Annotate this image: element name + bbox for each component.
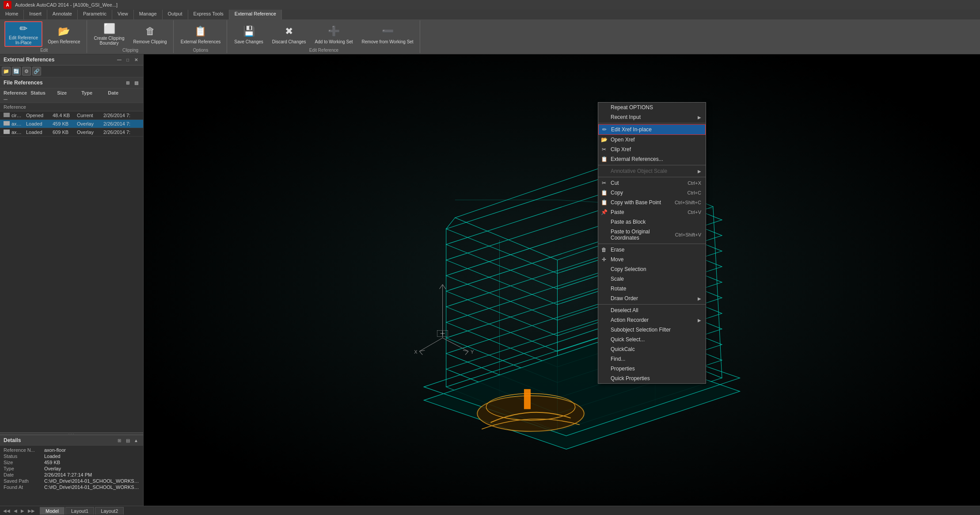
ctx-copy-with-base-point[interactable]: 📋 Copy with Base Point Ctrl+Shift+C [598,198,706,207]
row-type: Overlay [75,129,102,136]
row-name: axon-structure [2,129,24,136]
ctx-quick-select[interactable]: Quick Select... [598,335,706,344]
ctx-recent-input-arrow: ▶ [698,115,701,120]
panel-close-icon[interactable]: ✕ [133,56,140,63]
ctx-deselect-all[interactable]: Deselect All [598,305,706,315]
ctx-draw-order[interactable]: Draw Order ▶ [598,294,706,303]
ctx-scale[interactable]: Scale [598,274,706,284]
details-panel: Details ⊞ ▤ ▲ Reference N... axon-floor … [0,435,143,506]
ribbon-tab-manage[interactable]: Manage [134,10,163,19]
file-refs-icon2[interactable]: ▤ [133,79,140,86]
tab-nav-first[interactable]: ◀◀ [2,507,11,514]
ribbon-tab-annotate[interactable]: Annotate [47,10,78,19]
row-status: Opened [24,112,51,119]
edit-ref-icon: ✏ [16,23,30,34]
toolbar-link-btn[interactable]: 🔗 [32,67,41,76]
ctx-move[interactable]: ✛ Move [598,255,706,264]
col-status: Status [29,89,55,102]
details-up-icon[interactable]: ▲ [133,437,140,444]
ribbon-tab-parametric[interactable]: Parametric [78,10,112,19]
ctx-paste-original[interactable]: Paste to Original Coordinates Ctrl+Shift… [598,227,706,243]
save-changes-button[interactable]: 💾 Save Changes [231,21,267,47]
ctx-subobject-filter[interactable]: Subobject Selection Filter [598,325,706,335]
canvas-area[interactable]: Y X Repeat OPTIONS Recent Input ▶ ✏ Edit… [144,54,980,506]
create-clipping-button[interactable]: ⬜ Create ClippingBoundary [91,21,128,47]
discard-changes-button[interactable]: ✖ Discard Changes [269,21,310,47]
ctx-move-label: Move [611,256,701,263]
ctx-erase[interactable]: 🗑 Erase [598,245,706,255]
toolbar-refresh-btn[interactable]: 🔄 [12,67,21,76]
table-row[interactable]: circulation* Opened 48.4 KB Current 2/26… [0,111,143,120]
details-icon1[interactable]: ⊞ [116,437,123,444]
title-bar: A Autodesk AutoCAD 2014 - [A100b_GSI_Wee… [0,0,980,10]
tab-model[interactable]: Model [40,507,65,515]
ctx-cut[interactable]: ✂ Cut Ctrl+X [598,178,706,188]
ctx-clip-xref[interactable]: ✂ Clip Xref [598,145,706,154]
add-working-label: Add to Working Set [315,39,353,44]
ctx-quick-properties[interactable]: Quick Properties [598,374,706,383]
ctx-annotative-arrow: ▶ [698,169,701,174]
ctx-quickcalc[interactable]: QuickCalc [598,344,706,354]
panel-min-icon[interactable]: — [116,56,123,63]
add-to-working-set-button[interactable]: ➕ Add to Working Set [311,21,357,47]
ctx-repeat-options[interactable]: Repeat OPTIONS [598,103,706,112]
table-row[interactable]: axon-floor Loaded 459 KB Overlay 2/26/20… [0,120,143,128]
ctx-open-xref-label: Open Xref [611,137,701,143]
ctx-sep-1 [598,123,706,123]
tab-nav-last[interactable]: ▶▶ [27,507,36,514]
svg-line-27 [443,285,446,289]
external-references-button[interactable]: 📋 External References [177,21,224,47]
remove-clipping-button[interactable]: 🗑 Remove Clipping [129,21,170,47]
open-reference-button[interactable]: 📂 Open Reference [44,21,84,47]
ctx-quickcalc-label: QuickCalc [611,346,701,352]
remove-from-working-set-button[interactable]: ➖ Remove from Working Set [358,21,417,47]
ribbon-tab-express-tools[interactable]: Express Tools [188,10,229,19]
tab-nav-next[interactable]: ▶ [19,507,26,514]
ctx-edit-xref-inplace[interactable]: ✏ Edit Xref In-place [598,124,706,135]
clipping-group-buttons: ⬜ Create ClippingBoundary 🗑 Remove Clipp… [91,21,171,47]
ribbon-tab-output[interactable]: Output [163,10,188,19]
ctx-action-recorder[interactable]: Action Recorder ▶ [598,315,706,325]
ctx-paste-icon: 📌 [601,209,607,215]
file-refs-list: Reference circulation* Opened 48.4 KB Cu… [0,103,143,432]
ribbon-tab-home[interactable]: Home [0,10,24,19]
row-size: 48.4 KB [51,112,75,119]
detail-key-size: Size [4,460,43,465]
ctx-rotate[interactable]: Rotate [598,284,706,294]
tab-layout1[interactable]: Layout1 [65,507,94,515]
ribbon-tab-insert[interactable]: Insert [24,10,47,19]
ctx-paste[interactable]: 📌 Paste Ctrl+V [598,207,706,217]
table-row[interactable]: axon-structure Loaded 609 KB Overlay 2/2… [0,128,143,137]
file-refs-icon1[interactable]: ⊞ [124,79,131,86]
ctx-edit-xref-label: Edit Xref In-place [611,126,701,133]
svg-line-26 [440,285,443,289]
row-name: circulation* [2,112,24,119]
ctx-find[interactable]: Find... [598,354,706,364]
ctx-sep-3 [598,177,706,177]
detail-val-size: 459 KB [44,460,140,465]
panel-max-icon[interactable]: □ [124,56,131,63]
details-icon2[interactable]: ▤ [124,437,131,444]
ctx-paste-as-block[interactable]: Paste as Block [598,217,706,227]
toolbar-settings-btn[interactable]: ⚙ [22,67,31,76]
remove-working-label: Remove from Working Set [362,39,414,44]
toolbar-new-btn[interactable]: 📁 [2,67,11,76]
svg-line-31 [419,338,442,351]
ctx-scale-label: Scale [611,276,701,282]
ctx-open-xref[interactable]: 📂 Open Xref [598,135,706,145]
edit-reference-inplace-button[interactable]: ✏ Edit ReferenceIn-Place [4,21,42,47]
ribbon-tab-external-reference[interactable]: External Reference [229,10,282,19]
col-reference: Reference ... [2,89,29,102]
ribbon-tab-view[interactable]: View [112,10,134,19]
remove-clipping-label: Remove Clipping [133,39,167,44]
tab-layout2[interactable]: Layout2 [95,507,124,515]
panel-header-icons: — □ ✕ [116,56,140,63]
detail-val-status: Loaded [44,454,140,459]
ctx-recent-input[interactable]: Recent Input ▶ [598,112,706,122]
ctx-copy-selection[interactable]: Copy Selection [598,264,706,274]
ctx-subobject-label: Subobject Selection Filter [611,327,701,333]
ctx-copy[interactable]: 📋 Copy Ctrl+C [598,188,706,198]
ctx-external-refs[interactable]: 📋 External References... [598,154,706,164]
ctx-properties[interactable]: Properties [598,364,706,374]
tab-nav-prev[interactable]: ◀ [12,507,19,514]
